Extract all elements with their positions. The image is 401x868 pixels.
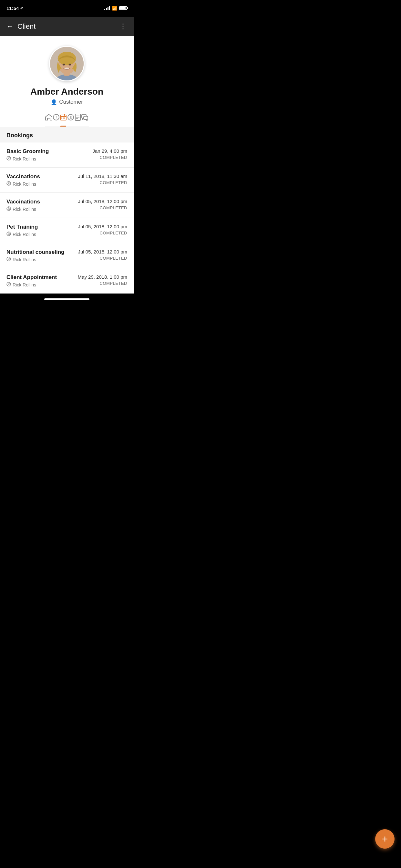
bookings-list: Basic Grooming Rick Rollins Jan 29, 4:00… [0, 143, 134, 293]
svg-rect-24 [84, 116, 88, 120]
battery-fill [120, 7, 126, 9]
booking-item[interactable]: Vaccinations Rick Rollins Jul 05, 2018, … [0, 193, 134, 218]
avatar-image [50, 47, 84, 81]
booking-service: Client Appointment [6, 274, 57, 281]
booking-left: Pet Training Rick Rollins [6, 224, 38, 237]
booking-date: Jul 05, 2018, 12:00 pm [78, 198, 127, 204]
svg-point-34 [8, 258, 9, 259]
provider-icon [6, 206, 11, 212]
tab-payment[interactable]: $ [67, 114, 74, 127]
booking-service: Vaccinations [6, 174, 40, 180]
provider-icon [6, 156, 11, 161]
booking-provider: Rick Rollins [6, 206, 40, 212]
signal-bars [104, 6, 110, 10]
tab-info[interactable]: i [53, 114, 60, 127]
status-bar: 11:54 ⇗ 📶 [0, 0, 134, 14]
home-bar [44, 299, 89, 300]
bar3 [107, 7, 109, 10]
provider-name: Rick Rollins [12, 207, 36, 212]
svg-rect-15 [63, 118, 64, 119]
booking-service: Pet Training [6, 224, 38, 230]
booking-status: COMPLETED [100, 281, 127, 286]
booking-status: COMPLETED [100, 206, 127, 210]
booking-right: May 29, 2018, 1:00 pm COMPLETED [78, 274, 127, 286]
booking-status: COMPLETED [100, 256, 127, 260]
avatar [49, 46, 85, 82]
svg-rect-14 [61, 118, 62, 119]
booking-service: Vaccinations [6, 198, 40, 205]
booking-date: Jul 05, 2018, 12:00 pm [78, 224, 127, 229]
booking-left: Vaccinations Rick Rollins [6, 174, 40, 187]
booking-provider: Rick Rollins [6, 156, 49, 161]
provider-name: Rick Rollins [12, 282, 36, 287]
header: ← Client ⋮ [0, 17, 134, 36]
booking-date: May 29, 2018, 1:00 pm [78, 274, 127, 280]
location-icon: ⇗ [20, 6, 23, 10]
bar1 [104, 9, 105, 10]
svg-point-30 [8, 208, 9, 209]
tab-home[interactable] [45, 114, 53, 127]
svg-text:$: $ [70, 116, 72, 120]
battery-icon [119, 6, 127, 10]
provider-icon [6, 181, 11, 187]
svg-point-7 [64, 67, 69, 69]
booking-provider: Rick Rollins [6, 282, 57, 287]
booking-date: Jan 29, 4:00 pm [92, 148, 127, 154]
booking-provider: Rick Rollins [6, 231, 38, 237]
booking-item[interactable]: Pet Training Rick Rollins Jul 05, 2018, … [0, 218, 134, 243]
provider-name: Rick Rollins [12, 257, 36, 262]
booking-service: Basic Grooming [6, 148, 49, 155]
svg-point-28 [8, 182, 9, 184]
booking-status: COMPLETED [100, 180, 127, 185]
more-menu-button[interactable]: ⋮ [120, 22, 127, 31]
svg-point-36 [8, 283, 9, 284]
bar4 [109, 6, 110, 10]
booking-provider: Rick Rollins [6, 257, 64, 262]
content: Bookings Basic Grooming Rick Rollins [0, 127, 134, 293]
svg-rect-16 [64, 118, 65, 119]
booking-right: Jul 05, 2018, 12:00 pm COMPLETED [78, 249, 127, 260]
tab-chat[interactable] [81, 114, 89, 127]
booking-right: Jul 11, 2018, 11:30 am COMPLETED [78, 174, 127, 185]
role-label: Customer [59, 99, 83, 105]
top-spacer [0, 14, 134, 17]
provider-name: Rick Rollins [12, 156, 36, 161]
provider-name: Rick Rollins [12, 232, 36, 237]
tab-calendar[interactable] [60, 114, 67, 127]
provider-name: Rick Rollins [12, 182, 36, 187]
section-header: Bookings [0, 127, 134, 143]
time-display: 11:54 [6, 5, 19, 11]
booking-status: COMPLETED [100, 230, 127, 236]
svg-point-5 [63, 64, 65, 66]
chat-icon [81, 114, 89, 123]
provider-icon [6, 231, 11, 237]
booking-item[interactable]: Vaccinations Rick Rollins Jul 11, 2018, … [0, 167, 134, 193]
provider-icon [6, 282, 11, 287]
booking-item[interactable]: Nutritional counseling Rick Rollins Jul … [0, 243, 134, 268]
wifi-icon: 📶 [112, 6, 117, 11]
profile-name: Amber Anderson [30, 87, 103, 97]
header-left: ← Client [6, 22, 35, 31]
svg-text:i: i [56, 115, 57, 120]
home-icon [45, 114, 53, 123]
booking-left: Nutritional counseling Rick Rollins [6, 249, 64, 262]
booking-status: COMPLETED [100, 155, 127, 160]
provider-icon [6, 257, 11, 262]
booking-item[interactable]: Basic Grooming Rick Rollins Jan 29, 4:00… [0, 143, 134, 167]
status-icons: 📶 [104, 6, 127, 11]
booking-right: Jul 05, 2018, 12:00 pm COMPLETED [78, 224, 127, 236]
booking-date: Jul 11, 2018, 11:30 am [78, 174, 127, 179]
booking-left: Vaccinations Rick Rollins [6, 198, 40, 212]
calendar-icon [60, 114, 67, 123]
tab-docs[interactable] [74, 114, 81, 127]
bar2 [106, 8, 107, 10]
back-button[interactable]: ← [6, 22, 13, 31]
booking-provider: Rick Rollins [6, 181, 40, 187]
docs-icon [74, 114, 81, 123]
booking-left: Client Appointment Rick Rollins [6, 274, 57, 287]
profile-role: 👤 Customer [51, 99, 83, 105]
booking-right: Jan 29, 4:00 pm COMPLETED [92, 148, 127, 160]
home-indicator [0, 293, 134, 305]
booking-service: Nutritional counseling [6, 249, 64, 255]
booking-item[interactable]: Client Appointment Rick Rollins May 29, … [0, 268, 134, 293]
